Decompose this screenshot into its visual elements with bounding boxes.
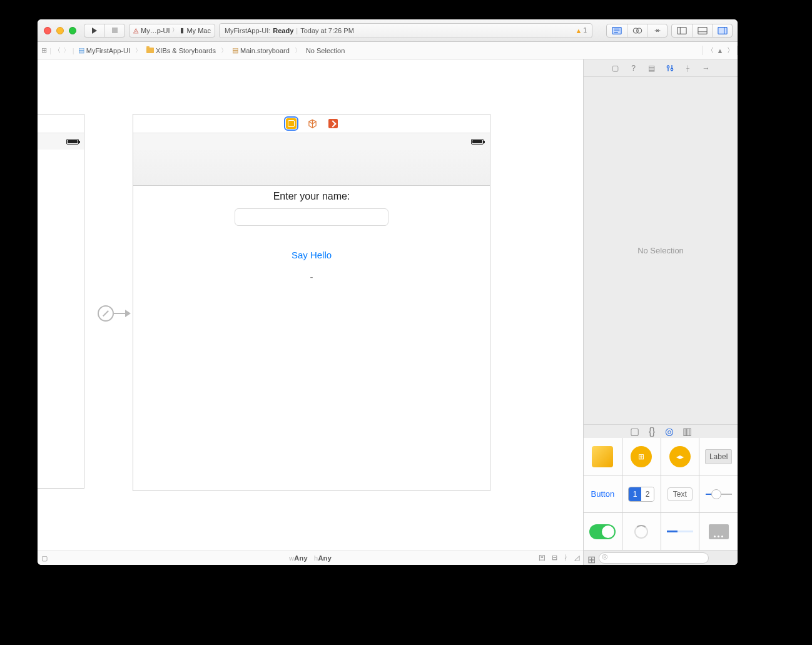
svg-rect-8 [698, 27, 706, 34]
toggle-utilities-button[interactable] [712, 24, 732, 37]
navigation-bar[interactable] [133, 150, 490, 186]
breadcrumb-project[interactable]: ▤ MyFirstApp-UI [77, 46, 131, 54]
toolbar: ◬ My…p-UI 〉 ▮ My Mac MyFirstApp-UI: Read… [38, 19, 738, 42]
zoom-window-button[interactable] [69, 27, 76, 34]
nav-forward-icon[interactable]: 〉 [63, 46, 70, 55]
initial-vc-arrow[interactable] [98, 305, 131, 322]
inspector-empty-label: No Selection [584, 77, 738, 424]
svg-rect-10 [718, 27, 726, 34]
library-filter-input[interactable] [599, 552, 709, 564]
size-inspector-tab-icon[interactable]: ⟊ [683, 63, 693, 73]
activity-view: MyFirstApp-UI: Ready | Today at 7:26 PM … [219, 23, 592, 38]
size-class-control[interactable]: wAny hAny [289, 554, 332, 562]
lib-collection-vc[interactable]: ⊞ [622, 438, 661, 475]
prompt-label[interactable]: Enter your name: [133, 191, 490, 202]
lib-switch[interactable] [584, 513, 622, 550]
breadcrumb-group[interactable]: XIBs & Storyboards [145, 47, 217, 54]
name-text-field[interactable] [235, 208, 388, 226]
file-inspector-tab-icon[interactable]: ▢ [611, 63, 620, 73]
issue-warning-icon: ▲ [715, 47, 725, 54]
identity-inspector-tab-icon[interactable]: ▤ [647, 63, 656, 73]
resolve-tool-icon[interactable]: ◿ [574, 554, 579, 563]
activity-status: Ready [273, 27, 293, 34]
inspector-tabs: ▢ ? ▤ ⟊ → [584, 59, 738, 77]
stack-tool-icon[interactable]: 凹 [539, 554, 546, 563]
storyboard-icon: ▤ [232, 46, 238, 54]
window-controls [44, 27, 76, 34]
utilities-sidebar: ▢ ? ▤ ⟊ → No Selection ▢ {} ◎ ▥ ⊞ ◂▸ L [583, 59, 738, 565]
activity-time: Today at 7:26 PM [300, 27, 354, 34]
xcode-window: ◬ My…p-UI 〉 ▮ My Mac MyFirstApp-UI: Read… [38, 19, 738, 565]
next-issue-icon[interactable]: 〉 [725, 46, 735, 55]
document-outline-toggle-icon[interactable]: ▢ [41, 554, 48, 562]
exit-icon[interactable] [328, 119, 338, 128]
breadcrumb-selection[interactable]: No Selection [305, 47, 346, 54]
scheme-app-label: My…p-UI [141, 27, 170, 34]
stop-button[interactable] [104, 24, 124, 37]
prev-issue-icon[interactable]: 〈 [705, 46, 715, 55]
ib-canvas[interactable]: Enter your name: Say Hello - [38, 59, 583, 551]
scene-dock [133, 114, 490, 133]
lib-split-vc[interactable]: ◂▸ [661, 438, 699, 475]
lib-activity-indicator[interactable] [622, 513, 661, 550]
run-button[interactable] [84, 24, 104, 37]
related-items-icon[interactable]: ⊞ [41, 46, 47, 54]
file-template-lib-tab-icon[interactable]: ▢ [630, 427, 639, 436]
warning-count: 1 [583, 27, 587, 34]
editor-mode-segment [606, 24, 667, 38]
lib-slider[interactable] [699, 475, 738, 512]
standard-editor-button[interactable] [607, 24, 627, 37]
battery-icon [66, 139, 79, 145]
breadcrumb-file[interactable]: ▤ Main.storyboard [231, 46, 291, 54]
lib-page-control[interactable] [699, 513, 738, 550]
lib-view-controller[interactable] [584, 438, 622, 475]
library-filter-bar: ⊞ [584, 550, 738, 565]
attributes-inspector-tab-icon[interactable] [665, 63, 674, 73]
lib-button[interactable]: Button [584, 475, 622, 512]
close-window-button[interactable] [44, 27, 51, 34]
nav-back-icon[interactable]: 〈 [54, 46, 61, 55]
scheme-selector[interactable]: ◬ My…p-UI 〉 ▮ My Mac [129, 24, 215, 38]
warning-icon: ▲ [576, 27, 582, 34]
folder-icon [146, 48, 154, 53]
media-lib-tab-icon[interactable]: ▥ [683, 427, 691, 436]
svg-rect-6 [678, 27, 686, 34]
svg-point-14 [667, 66, 669, 68]
activity-project: MyFirstApp-UI: [225, 27, 270, 34]
lib-segmented[interactable]: 12 [622, 475, 661, 512]
view-controller-icon[interactable] [286, 118, 297, 129]
first-responder-icon[interactable] [308, 119, 317, 128]
warnings-indicator[interactable]: ▲ 1 [576, 27, 587, 34]
align-tool-icon[interactable]: ⊟ [552, 554, 557, 563]
result-label[interactable]: - [133, 272, 490, 282]
svg-point-15 [671, 68, 672, 70]
battery-icon [471, 139, 484, 145]
grid-list-toggle-icon[interactable]: ⊞ [587, 554, 596, 562]
object-library-grid: ⊞ ◂▸ Label Button 12 Text [584, 438, 738, 550]
project-icon: ▤ [78, 46, 84, 54]
scheme-device-label: My Mac [186, 27, 211, 34]
lib-progress[interactable] [661, 513, 699, 550]
library-tabs: ▢ {} ◎ ▥ [584, 424, 738, 438]
jump-bar: ⊞ | 〈 〉 | ▤ MyFirstApp-UI 〉 XIBs & Story… [38, 42, 738, 59]
svg-point-5 [636, 28, 641, 33]
panel-visibility-segment [671, 24, 733, 38]
assistant-editor-button[interactable] [627, 24, 647, 37]
connections-inspector-tab-icon[interactable]: → [701, 63, 711, 73]
version-editor-button[interactable] [647, 24, 667, 37]
say-hello-button[interactable]: Say Hello [133, 250, 490, 260]
quick-help-tab-icon[interactable]: ? [629, 63, 638, 73]
status-bar [133, 133, 490, 150]
toggle-debug-button[interactable] [692, 24, 712, 37]
toggle-navigator-button[interactable] [672, 24, 692, 37]
minimize-window-button[interactable] [56, 27, 64, 34]
object-lib-tab-icon[interactable]: ◎ [665, 427, 674, 436]
previous-scene[interactable] [38, 114, 84, 489]
lib-textfield[interactable]: Text [661, 475, 699, 512]
lib-label[interactable]: Label [699, 438, 738, 475]
run-stop-segment [84, 24, 125, 38]
view-controller-scene[interactable]: Enter your name: Say Hello - [133, 114, 490, 491]
pin-tool-icon[interactable]: ᛅ [564, 554, 568, 563]
issue-nav: 〈 ▲ 〉 [703, 46, 738, 55]
code-snippet-lib-tab-icon[interactable]: {} [647, 427, 656, 436]
